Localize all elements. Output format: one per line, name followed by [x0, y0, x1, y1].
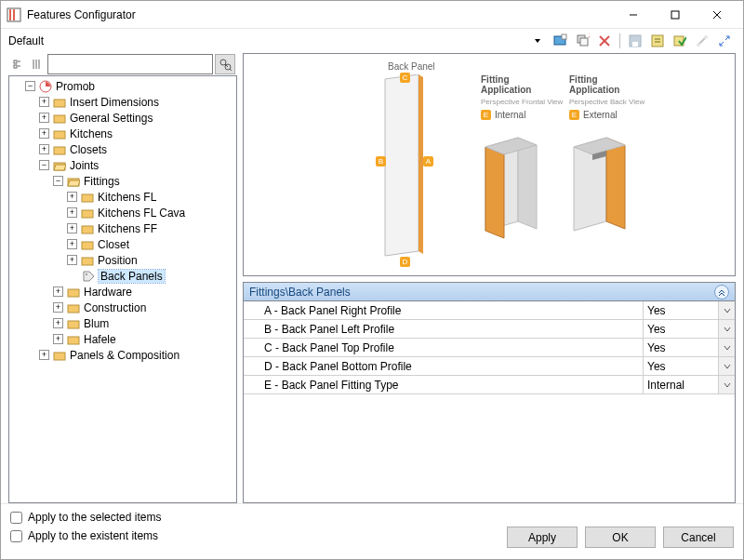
- minimize-button[interactable]: [612, 2, 654, 28]
- svg-rect-46: [68, 289, 79, 297]
- chevron-down-icon[interactable]: [718, 357, 735, 375]
- tree-node[interactable]: +Panels & Composition: [11, 347, 234, 363]
- folder-icon: [80, 237, 95, 252]
- property-name: A - Back Panel Right Profile: [244, 301, 644, 319]
- property-row[interactable]: E - Back Panel Fitting TypeInternal: [244, 376, 735, 394]
- tree-node-root[interactable]: −Promob: [11, 78, 234, 94]
- chevron-down-icon[interactable]: [718, 339, 735, 356]
- tree-node[interactable]: +Kitchens: [11, 126, 234, 141]
- property-row[interactable]: A - Back Panel Right ProfileYes: [244, 301, 735, 320]
- tree-node[interactable]: +Closet: [11, 236, 234, 252]
- badge-b: B: [376, 156, 386, 167]
- property-group-header[interactable]: Fittings\Back Panels: [244, 283, 735, 301]
- expand-arrows-icon[interactable]: [715, 32, 734, 50]
- tree-node[interactable]: +Position: [11, 252, 234, 268]
- apply-check-icon[interactable]: [671, 32, 689, 50]
- checkbox-input[interactable]: [10, 512, 22, 524]
- tag-icon: [81, 269, 96, 284]
- tree-node[interactable]: +Hardware: [11, 284, 234, 300]
- chevron-up-icon[interactable]: [714, 285, 729, 300]
- property-value[interactable]: Yes: [644, 339, 718, 356]
- folder-icon: [66, 300, 81, 315]
- diagram-label: Perspective Back View: [569, 98, 644, 106]
- new-layout-icon[interactable]: [551, 32, 569, 50]
- maximize-button[interactable]: [654, 2, 696, 28]
- svg-rect-40: [82, 194, 93, 202]
- checkbox-label: Apply to the selected items: [28, 511, 161, 524]
- property-row[interactable]: B - Back Panel Left ProfileYes: [244, 320, 735, 339]
- apply-selected-checkbox[interactable]: Apply to the selected items: [10, 508, 734, 527]
- preset-caret-icon[interactable]: [528, 32, 547, 50]
- tree-view[interactable]: −Promob +Insert Dimensions +General Sett…: [8, 75, 237, 503]
- property-row[interactable]: C - Back Panel Top ProfileYes: [244, 339, 735, 357]
- diagram-label: Fitting Application: [481, 74, 531, 95]
- chevron-down-icon[interactable]: [718, 320, 735, 338]
- toolbar: Default ×: [1, 29, 743, 53]
- svg-rect-15: [632, 42, 638, 47]
- folder-icon: [52, 111, 67, 126]
- svg-point-20: [697, 43, 700, 47]
- save-icon[interactable]: [626, 32, 644, 50]
- tree-node[interactable]: +Hafele: [11, 331, 234, 347]
- svg-rect-34: [54, 100, 65, 107]
- property-name: E - Back Panel Fitting Type: [244, 376, 644, 393]
- title-bar: Features Configurator: [1, 1, 743, 29]
- folder-open-icon: [52, 158, 67, 173]
- checkbox-label: Apply to the existent items: [28, 529, 158, 542]
- apply-button[interactable]: Apply: [507, 527, 578, 548]
- diagram-label: External: [583, 110, 618, 120]
- chevron-down-icon[interactable]: [718, 376, 735, 393]
- link-icon[interactable]: [693, 32, 711, 50]
- svg-text:×: ×: [588, 33, 590, 42]
- tree-node[interactable]: +General Settings: [11, 110, 234, 126]
- tree-node-back-panels[interactable]: Back Panels: [11, 268, 234, 284]
- checkbox-input[interactable]: [10, 530, 22, 542]
- tree-node[interactable]: +Construction: [11, 300, 234, 315]
- property-value[interactable]: Internal: [644, 376, 718, 393]
- tree-columns-icon[interactable]: [29, 56, 46, 73]
- property-grid: Fittings\Back Panels A - Back Panel Righ…: [243, 282, 736, 503]
- tree-node[interactable]: +Insert Dimensions: [11, 94, 234, 110]
- tree-node[interactable]: +Blum: [11, 315, 234, 331]
- property-value[interactable]: Yes: [644, 301, 718, 319]
- svg-rect-47: [68, 305, 79, 313]
- property-name: C - Back Panel Top Profile: [244, 339, 644, 356]
- svg-rect-42: [82, 226, 93, 233]
- tree-node[interactable]: +Kitchens FL: [11, 189, 234, 205]
- cancel-button[interactable]: Cancel: [663, 527, 734, 548]
- folder-open-icon: [66, 174, 81, 189]
- tree-node[interactable]: +Kitchens FL Cava: [11, 205, 234, 220]
- tree-search-input[interactable]: [47, 54, 213, 74]
- tree-search-button[interactable]: [215, 54, 235, 74]
- copy-layout-icon[interactable]: ×: [573, 32, 591, 50]
- badge-d: D: [400, 257, 410, 267]
- apply-existent-checkbox[interactable]: Apply to the existent items: [10, 527, 372, 545]
- badge-a: A: [423, 156, 433, 167]
- close-button[interactable]: [696, 2, 737, 28]
- tree-node[interactable]: +Kitchens FF: [11, 220, 234, 236]
- svg-rect-44: [82, 258, 93, 265]
- tree-expand-icon[interactable]: [10, 56, 27, 73]
- preset-dropdown[interactable]: Default: [8, 34, 44, 47]
- property-row[interactable]: D - Back Panel Bottom ProfileYes: [244, 357, 735, 376]
- tree-node[interactable]: −Fittings: [11, 173, 234, 189]
- svg-point-21: [704, 35, 708, 39]
- delete-icon[interactable]: [595, 32, 614, 50]
- ok-button[interactable]: OK: [585, 527, 656, 548]
- diagram-label: Back Panel: [388, 61, 435, 72]
- svg-rect-37: [54, 147, 65, 154]
- window-title: Features Configurator: [27, 8, 612, 21]
- tree-node[interactable]: +Closets: [11, 141, 234, 157]
- property-value[interactable]: Yes: [644, 320, 718, 338]
- logo-icon: [38, 79, 53, 94]
- tree-node[interactable]: −Joints: [11, 157, 234, 173]
- folder-icon: [66, 285, 81, 300]
- folder-icon: [80, 253, 95, 268]
- svg-rect-50: [54, 353, 65, 360]
- property-value[interactable]: Yes: [644, 357, 718, 375]
- window-controls: [612, 2, 737, 28]
- chevron-down-icon[interactable]: [718, 301, 735, 319]
- badge-e: E: [569, 110, 579, 120]
- history-icon[interactable]: [648, 32, 667, 50]
- folder-icon: [52, 95, 67, 110]
